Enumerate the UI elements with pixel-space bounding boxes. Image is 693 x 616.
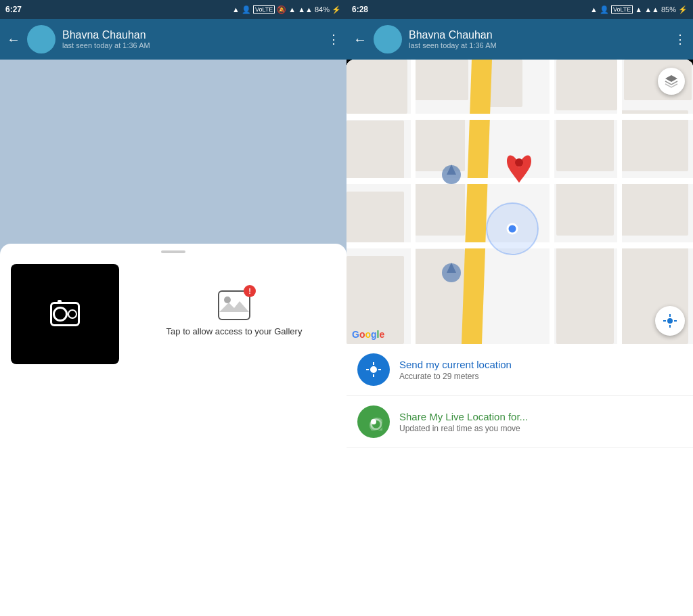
svg-rect-22 [621, 178, 688, 236]
my-location-button[interactable] [655, 306, 685, 336]
status-icons-left: ▲ 👤 VoLTE 🔕 ▲ ▲▲ 84% ⚡ [232, 5, 341, 14]
back-button-left[interactable]: ← [7, 32, 20, 47]
network-icon-r: ▲▲ [644, 5, 659, 14]
svg-rect-28 [346, 114, 693, 120]
charging-icon: ⚡ [332, 5, 341, 14]
status-bar-right: 6:28 ▲ 👤 VoLTE ▲ ▲▲ 85% ⚡ [346, 0, 693, 19]
person-icon: 👤 [242, 5, 251, 14]
time-left: 6:27 [5, 5, 22, 14]
charging-icon-r: ⚡ [678, 5, 688, 14]
error-badge: ! [244, 285, 256, 297]
send-location-sub: Accurate to 29 meters [399, 372, 682, 381]
bottom-sheet-left: ! Tap to allow access to your Gallery [0, 244, 346, 616]
contact-name-left: Bhavna Chauhan [62, 29, 321, 41]
header-right: ← Bhavna Chauhan last seen today at 1:36… [346, 19, 693, 60]
location-options: Send my current location Accurate to 29 … [346, 344, 693, 448]
svg-rect-19 [346, 192, 404, 246]
send-location-icon [357, 353, 390, 386]
google-logo: Google [352, 329, 384, 340]
svg-rect-33 [617, 60, 622, 344]
wifi-icon-r: ▲ [635, 5, 642, 14]
camera-section: ! Tap to allow access to your Gallery [0, 253, 346, 375]
header-info-right: Bhavna Chauhan last seen today at 1:36 A… [409, 29, 667, 49]
contact-name-right: Bhavna Chauhan [409, 29, 667, 41]
live-location-text: Share My Live Location for... Updated in… [399, 411, 682, 433]
share-live-location-option[interactable]: Share My Live Location for... Updated in… [346, 396, 693, 448]
map-area[interactable]: Google [346, 60, 693, 344]
send-current-location-option[interactable]: Send my current location Accurate to 29 … [346, 344, 693, 396]
svg-point-1 [224, 296, 231, 303]
mute-icon: 🔕 [277, 5, 286, 14]
svg-rect-31 [411, 60, 416, 344]
contact-sub-right: last seen today at 1:36 AM [409, 41, 667, 49]
svg-rect-11 [414, 60, 468, 100]
status-icons-right: ▲ 👤 VoLTE ▲ ▲▲ 85% ⚡ [590, 5, 688, 14]
status-bar-left: 6:27 ▲ 👤 VoLTE 🔕 ▲ ▲▲ 84% ⚡ [0, 0, 346, 19]
svg-rect-20 [414, 181, 465, 236]
wifi-icon: ▲ [288, 5, 296, 14]
send-location-text: Send my current location Accurate to 29 … [399, 359, 682, 381]
battery-left: 84% [315, 5, 330, 14]
battery-right: 85% [661, 5, 676, 14]
svg-rect-13 [556, 60, 617, 110]
svg-rect-16 [414, 114, 465, 171]
svg-rect-32 [550, 60, 554, 344]
svg-rect-24 [414, 249, 465, 344]
location-picker-panel: Google Send my current location Accurate… [346, 60, 693, 616]
live-location-title: Share My Live Location for... [399, 411, 682, 422]
signal-icon-r: ▲ [590, 5, 598, 14]
signal-icon: ▲ [232, 5, 240, 14]
header-info-left: Bhavna Chauhan last seen today at 1:36 A… [62, 29, 321, 49]
svg-point-39 [508, 224, 517, 234]
svg-marker-41 [665, 75, 677, 82]
more-button-right[interactable]: ⋮ [674, 32, 686, 47]
gallery-permission-text: Tap to allow access to your Gallery [166, 326, 303, 338]
live-location-icon [357, 405, 390, 438]
svg-point-40 [515, 158, 523, 167]
send-location-title: Send my current location [399, 359, 682, 370]
live-location-sub: Updated in real time as you move [399, 424, 682, 433]
more-button-left[interactable]: ⋮ [328, 32, 340, 47]
svg-rect-10 [346, 60, 407, 114]
contact-sub-left: last seen today at 1:36 AM [62, 41, 321, 49]
avatar-left [27, 25, 55, 53]
time-right: 6:28 [352, 5, 368, 14]
svg-rect-17 [556, 117, 614, 171]
svg-point-42 [667, 318, 673, 324]
svg-rect-25 [556, 246, 614, 344]
network-icon: ▲▲ [298, 5, 313, 14]
volte-icon: VoLTE [253, 5, 275, 14]
svg-rect-15 [346, 120, 404, 181]
map-layers-button[interactable] [658, 68, 685, 95]
gallery-permission[interactable]: ! Tap to allow access to your Gallery [133, 264, 336, 364]
volte-icon-r: VoLTE [611, 5, 633, 14]
gallery-icon-container: ! [218, 290, 250, 320]
svg-point-47 [370, 366, 377, 373]
svg-rect-0 [219, 292, 249, 319]
header-left: ← Bhavna Chauhan last seen today at 1:36… [0, 19, 346, 60]
avatar-right [374, 25, 402, 53]
back-button-right[interactable]: ← [353, 32, 367, 47]
camera-icon [50, 302, 80, 326]
person-icon-r: 👤 [600, 5, 609, 14]
camera-box[interactable] [11, 264, 119, 364]
svg-rect-21 [556, 181, 614, 236]
